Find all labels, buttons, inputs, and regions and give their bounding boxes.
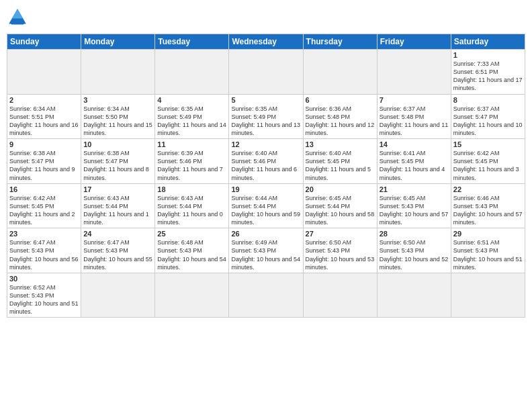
calendar-empty-cell bbox=[377, 273, 451, 318]
logo bbox=[7, 7, 31, 28]
calendar-row-1: 1Sunrise: 7:33 AM Sunset: 6:51 PM Daylig… bbox=[7, 50, 525, 95]
day-number: 25 bbox=[157, 230, 226, 238]
day-info: Sunrise: 6:38 AM Sunset: 5:47 PM Dayligh… bbox=[9, 149, 79, 182]
calendar-day-17: 17Sunrise: 6:43 AM Sunset: 5:44 PM Dayli… bbox=[81, 183, 155, 228]
day-info: Sunrise: 6:34 AM Sunset: 5:50 PM Dayligh… bbox=[83, 105, 152, 138]
calendar-empty-cell bbox=[155, 273, 229, 318]
day-number: 29 bbox=[453, 230, 523, 238]
day-number: 30 bbox=[9, 275, 79, 283]
day-number: 19 bbox=[231, 185, 300, 193]
day-info: Sunrise: 6:47 AM Sunset: 5:43 PM Dayligh… bbox=[9, 238, 79, 271]
calendar-row-2: 2Sunrise: 6:34 AM Sunset: 5:51 PM Daylig… bbox=[7, 94, 525, 139]
day-info: Sunrise: 6:47 AM Sunset: 5:43 PM Dayligh… bbox=[83, 238, 152, 271]
day-info: Sunrise: 6:38 AM Sunset: 5:47 PM Dayligh… bbox=[83, 149, 152, 182]
calendar-row-3: 9Sunrise: 6:38 AM Sunset: 5:47 PM Daylig… bbox=[7, 139, 525, 184]
calendar-row-6: 30Sunrise: 6:52 AM Sunset: 5:43 PM Dayli… bbox=[7, 273, 525, 318]
day-info: Sunrise: 6:45 AM Sunset: 5:44 PM Dayligh… bbox=[306, 194, 375, 227]
day-info: Sunrise: 6:50 AM Sunset: 5:43 PM Dayligh… bbox=[380, 238, 449, 271]
calendar-day-20: 20Sunrise: 6:45 AM Sunset: 5:44 PM Dayli… bbox=[303, 183, 377, 228]
day-info: Sunrise: 6:37 AM Sunset: 5:48 PM Dayligh… bbox=[380, 105, 449, 138]
day-number: 2 bbox=[9, 96, 79, 104]
calendar-empty-cell bbox=[303, 50, 377, 95]
calendar-day-6: 6Sunrise: 6:36 AM Sunset: 5:48 PM Daylig… bbox=[303, 94, 377, 139]
day-number: 16 bbox=[9, 185, 79, 193]
calendar-day-22: 22Sunrise: 6:46 AM Sunset: 5:43 PM Dayli… bbox=[451, 183, 525, 228]
day-number: 18 bbox=[157, 185, 226, 193]
day-number: 10 bbox=[83, 140, 152, 148]
calendar-empty-cell bbox=[81, 273, 155, 318]
day-number: 7 bbox=[380, 96, 449, 104]
day-number: 15 bbox=[453, 140, 523, 148]
day-number: 21 bbox=[380, 185, 449, 193]
calendar-day-15: 15Sunrise: 6:42 AM Sunset: 5:45 PM Dayli… bbox=[451, 139, 525, 184]
day-info: Sunrise: 6:35 AM Sunset: 5:49 PM Dayligh… bbox=[157, 105, 226, 138]
day-info: Sunrise: 7:33 AM Sunset: 6:51 PM Dayligh… bbox=[453, 60, 523, 93]
day-info: Sunrise: 6:40 AM Sunset: 5:46 PM Dayligh… bbox=[231, 149, 300, 182]
calendar-day-25: 25Sunrise: 6:48 AM Sunset: 5:43 PM Dayli… bbox=[155, 228, 229, 273]
day-info: Sunrise: 6:52 AM Sunset: 5:43 PM Dayligh… bbox=[9, 283, 79, 316]
calendar-empty-cell bbox=[7, 50, 81, 95]
day-number: 8 bbox=[453, 96, 523, 104]
weekday-header-friday: Friday bbox=[377, 34, 451, 50]
calendar-day-5: 5Sunrise: 6:35 AM Sunset: 5:49 PM Daylig… bbox=[229, 94, 303, 139]
svg-rect-2 bbox=[11, 21, 24, 24]
day-info: Sunrise: 6:35 AM Sunset: 5:49 PM Dayligh… bbox=[231, 105, 300, 138]
day-number: 1 bbox=[453, 51, 523, 59]
weekday-header-sunday: Sunday bbox=[7, 34, 81, 50]
calendar-day-23: 23Sunrise: 6:47 AM Sunset: 5:43 PM Dayli… bbox=[7, 228, 81, 273]
header bbox=[7, 7, 525, 28]
day-info: Sunrise: 6:51 AM Sunset: 5:43 PM Dayligh… bbox=[453, 238, 523, 271]
calendar-day-1: 1Sunrise: 7:33 AM Sunset: 6:51 PM Daylig… bbox=[451, 50, 525, 95]
day-info: Sunrise: 6:46 AM Sunset: 5:43 PM Dayligh… bbox=[453, 194, 523, 227]
day-info: Sunrise: 6:36 AM Sunset: 5:48 PM Dayligh… bbox=[306, 105, 375, 138]
calendar-empty-cell bbox=[155, 50, 229, 95]
calendar-day-11: 11Sunrise: 6:39 AM Sunset: 5:46 PM Dayli… bbox=[155, 139, 229, 184]
day-info: Sunrise: 6:34 AM Sunset: 5:51 PM Dayligh… bbox=[9, 105, 79, 138]
calendar-table: SundayMondayTuesdayWednesdayThursdayFrid… bbox=[7, 34, 525, 318]
day-number: 14 bbox=[380, 140, 449, 148]
calendar-day-24: 24Sunrise: 6:47 AM Sunset: 5:43 PM Dayli… bbox=[81, 228, 155, 273]
day-info: Sunrise: 6:48 AM Sunset: 5:43 PM Dayligh… bbox=[157, 238, 226, 271]
calendar-row-5: 23Sunrise: 6:47 AM Sunset: 5:43 PM Dayli… bbox=[7, 228, 525, 273]
day-info: Sunrise: 6:45 AM Sunset: 5:43 PM Dayligh… bbox=[380, 194, 449, 227]
day-number: 9 bbox=[9, 140, 79, 148]
day-info: Sunrise: 6:39 AM Sunset: 5:46 PM Dayligh… bbox=[157, 149, 226, 182]
calendar-empty-cell bbox=[229, 50, 303, 95]
day-number: 17 bbox=[83, 185, 152, 193]
calendar-day-16: 16Sunrise: 6:42 AM Sunset: 5:45 PM Dayli… bbox=[7, 183, 81, 228]
day-info: Sunrise: 6:50 AM Sunset: 5:43 PM Dayligh… bbox=[306, 238, 375, 271]
day-info: Sunrise: 6:49 AM Sunset: 5:43 PM Dayligh… bbox=[231, 238, 300, 271]
day-number: 13 bbox=[306, 140, 375, 148]
calendar-day-8: 8Sunrise: 6:37 AM Sunset: 5:47 PM Daylig… bbox=[451, 94, 525, 139]
calendar-empty-cell bbox=[451, 273, 525, 318]
day-number: 3 bbox=[83, 96, 152, 104]
weekday-header-row: SundayMondayTuesdayWednesdayThursdayFrid… bbox=[7, 34, 525, 50]
day-info: Sunrise: 6:40 AM Sunset: 5:45 PM Dayligh… bbox=[306, 149, 375, 182]
day-number: 6 bbox=[306, 96, 375, 104]
day-info: Sunrise: 6:42 AM Sunset: 5:45 PM Dayligh… bbox=[453, 149, 523, 182]
calendar-day-14: 14Sunrise: 6:41 AM Sunset: 5:45 PM Dayli… bbox=[377, 139, 451, 184]
day-info: Sunrise: 6:37 AM Sunset: 5:47 PM Dayligh… bbox=[453, 105, 523, 138]
day-number: 23 bbox=[9, 230, 79, 238]
calendar-day-10: 10Sunrise: 6:38 AM Sunset: 5:47 PM Dayli… bbox=[81, 139, 155, 184]
day-info: Sunrise: 6:44 AM Sunset: 5:44 PM Dayligh… bbox=[231, 194, 300, 227]
logo-icon bbox=[7, 7, 28, 28]
calendar-day-3: 3Sunrise: 6:34 AM Sunset: 5:50 PM Daylig… bbox=[81, 94, 155, 139]
day-info: Sunrise: 6:43 AM Sunset: 5:44 PM Dayligh… bbox=[83, 194, 152, 227]
page: SundayMondayTuesdayWednesdayThursdayFrid… bbox=[0, 0, 532, 411]
calendar-day-2: 2Sunrise: 6:34 AM Sunset: 5:51 PM Daylig… bbox=[7, 94, 81, 139]
calendar-day-19: 19Sunrise: 6:44 AM Sunset: 5:44 PM Dayli… bbox=[229, 183, 303, 228]
svg-marker-1 bbox=[12, 9, 23, 18]
calendar-day-7: 7Sunrise: 6:37 AM Sunset: 5:48 PM Daylig… bbox=[377, 94, 451, 139]
day-number: 4 bbox=[157, 96, 226, 104]
calendar-empty-cell bbox=[303, 273, 377, 318]
day-number: 22 bbox=[453, 185, 523, 193]
day-number: 24 bbox=[83, 230, 152, 238]
day-number: 27 bbox=[306, 230, 375, 238]
calendar-day-12: 12Sunrise: 6:40 AM Sunset: 5:46 PM Dayli… bbox=[229, 139, 303, 184]
calendar-empty-cell bbox=[229, 273, 303, 318]
weekday-header-monday: Monday bbox=[81, 34, 155, 50]
day-number: 12 bbox=[231, 140, 300, 148]
calendar-row-4: 16Sunrise: 6:42 AM Sunset: 5:45 PM Dayli… bbox=[7, 183, 525, 228]
calendar-day-29: 29Sunrise: 6:51 AM Sunset: 5:43 PM Dayli… bbox=[451, 228, 525, 273]
